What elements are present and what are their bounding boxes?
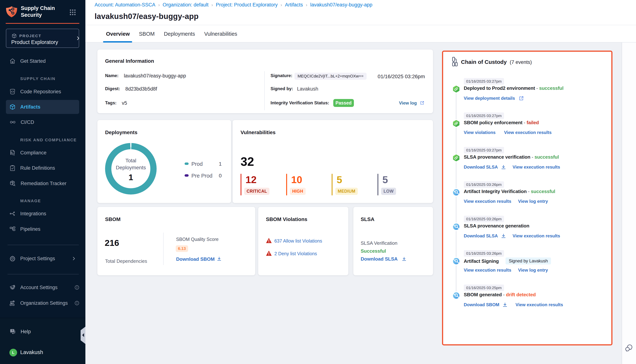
svg-text:?: ?: [12, 329, 13, 332]
